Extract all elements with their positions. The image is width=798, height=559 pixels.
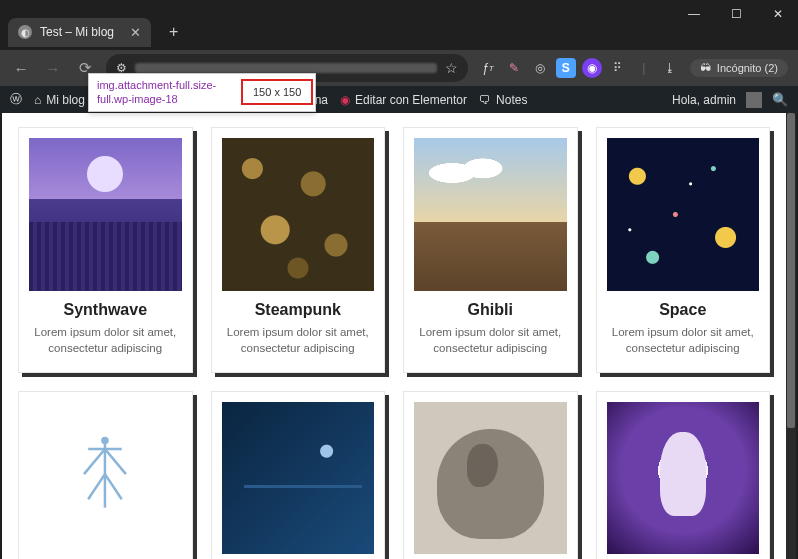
ext-icon-target[interactable]: ◎ (530, 58, 550, 78)
tab-strip: ◐ Test – Mi blog ✕ + (0, 14, 798, 50)
card-description: Lorem ipsum dolor sit amet, consectetur … (607, 324, 760, 356)
ext-divider: | (634, 58, 654, 78)
wp-edit-elementor[interactable]: ◉ Editar con Elementor (340, 93, 467, 107)
card-thumbnail (29, 402, 182, 555)
bookmark-icon[interactable]: ☆ (445, 60, 458, 76)
card-description: Lorem ipsum dolor sit amet, consectetur … (29, 324, 182, 356)
card-description: Lorem ipsum dolor sit amet, consectetur … (414, 324, 567, 356)
card-space[interactable]: SpaceLorem ipsum dolor sit amet, consect… (596, 127, 771, 373)
ext-icon-puzzle[interactable]: ⠟ (608, 58, 628, 78)
cards-grid: SynthwaveLorem ipsum dolor sit amet, con… (18, 127, 770, 559)
devtools-tooltip: img.attachment-full.size-full.wp-image-1… (88, 73, 316, 112)
notes-icon: 🗨 (479, 93, 491, 107)
wp-notes-label: Notes (496, 93, 527, 107)
incognito-icon: 🕶 (700, 62, 711, 74)
wp-edit-elementor-label: Editar con Elementor (355, 93, 467, 107)
card-anime[interactable]: AnimeLorem ipsum dolor sit amet, consect… (596, 391, 771, 559)
card-soccer[interactable]: SoccerLorem ipsum dolor sit amet, consec… (18, 391, 193, 559)
card-ghibli[interactable]: GhibliLorem ipsum dolor sit amet, consec… (403, 127, 578, 373)
wp-site-name: Mi blog (46, 93, 85, 107)
wp-greeting[interactable]: Hola, admin (672, 93, 736, 107)
devtools-dimensions: 150 x 150 (241, 79, 313, 105)
card-title: Ghibli (414, 301, 567, 319)
new-tab-button[interactable]: + (161, 19, 186, 45)
card-thumbnail (414, 138, 567, 291)
window-controls: ― ☐ ✕ (0, 0, 798, 14)
svg-point-0 (103, 438, 108, 443)
extensions-row: ƒT ✎ ◎ S ◉ ⠟ | ⭳ (478, 58, 680, 78)
wp-notes[interactable]: 🗨 Notes (479, 93, 527, 107)
card-thumbnail (414, 402, 567, 555)
elementor-icon: ◉ (340, 93, 350, 107)
avatar-icon[interactable] (746, 92, 762, 108)
devtools-selector: img.attachment-full.size-full.wp-image-1… (89, 74, 239, 111)
ext-icon-circle[interactable]: ◉ (582, 58, 602, 78)
scrollbar-thumb[interactable] (787, 113, 795, 428)
back-button[interactable]: ← (10, 60, 32, 77)
viewport: SynthwaveLorem ipsum dolor sit amet, con… (0, 113, 798, 559)
card-description: Lorem ipsum dolor sit amet, consectetur … (222, 324, 375, 356)
search-icon[interactable]: 🔍 (772, 92, 788, 107)
card-synthwave[interactable]: SynthwaveLorem ipsum dolor sit amet, con… (18, 127, 193, 373)
card-title: Steampunk (222, 301, 375, 319)
close-tab-button[interactable]: ✕ (130, 25, 141, 40)
card-title: Space (607, 301, 760, 319)
card-steampunk[interactable]: SteampunkLorem ipsum dolor sit amet, con… (211, 127, 386, 373)
card-thumbnail (222, 138, 375, 291)
card-thumbnail (222, 402, 375, 555)
maximize-button[interactable]: ☐ (722, 3, 750, 25)
card-title: Synthwave (29, 301, 182, 319)
favicon-icon: ◐ (18, 25, 32, 39)
ext-icon-eyedropper[interactable]: ✎ (504, 58, 524, 78)
ext-icon-s[interactable]: S (556, 58, 576, 78)
incognito-badge[interactable]: 🕶 Incógnito (2) (690, 59, 788, 77)
forward-button[interactable]: → (42, 60, 64, 77)
wp-site-link[interactable]: ⌂ Mi blog (34, 93, 85, 107)
card-music[interactable]: MusicLorem ipsum dolor sit amet, consect… (211, 391, 386, 559)
card-animals[interactable]: AnimalsLorem ipsum dolor sit amet, conse… (403, 391, 578, 559)
minimize-button[interactable]: ― (680, 3, 708, 25)
close-window-button[interactable]: ✕ (764, 3, 792, 25)
incognito-label: Incógnito (2) (717, 62, 778, 74)
tab-title: Test – Mi blog (40, 25, 114, 39)
page-content[interactable]: SynthwaveLorem ipsum dolor sit amet, con… (2, 113, 786, 559)
card-thumbnail (607, 402, 760, 555)
wp-logo-icon[interactable]: ⓦ (10, 91, 22, 108)
browser-tab[interactable]: ◐ Test – Mi blog ✕ (8, 18, 151, 47)
download-icon[interactable]: ⭳ (660, 58, 680, 78)
scrollbar[interactable] (786, 113, 796, 559)
card-thumbnail (29, 138, 182, 291)
ext-icon-1[interactable]: ƒT (478, 58, 498, 78)
home-icon: ⌂ (34, 93, 41, 107)
card-thumbnail (607, 138, 760, 291)
url-text (135, 63, 437, 73)
